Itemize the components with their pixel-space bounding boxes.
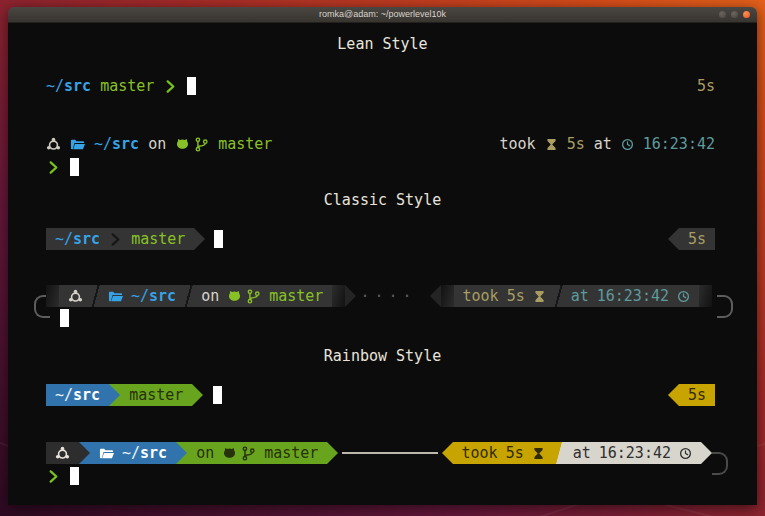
dir-path: ~/src: [131, 285, 176, 307]
dir-name: src: [112, 135, 139, 153]
rainbow-prompt-1: ~/src master 5s: [46, 384, 715, 406]
powerline-arrow-icon: [701, 442, 712, 464]
section-title-rainbow: Rainbow Style: [8, 347, 757, 365]
hourglass-icon: [545, 138, 558, 151]
time-value: 16:23:42: [643, 135, 715, 153]
dir-prefix: ~/: [46, 77, 64, 95]
powerline-arrow-icon: [668, 384, 679, 406]
segment-tail: [699, 285, 712, 307]
took-label: took: [463, 285, 499, 307]
powerline-arrow-icon: [345, 285, 356, 307]
segment-separator: [184, 285, 193, 307]
dir-prefix: ~/: [94, 135, 112, 153]
cursor-block: [60, 309, 69, 327]
prompt-chevron-icon: [163, 79, 178, 94]
gap-filler-dots: ····: [360, 287, 416, 305]
terminal-window: romka@adam: ~/powerlevel10k Lean Style ~…: [8, 7, 757, 505]
clock-icon: [679, 447, 692, 460]
time-value: 16:23:42: [599, 442, 671, 464]
powerline-segment-git: master: [120, 384, 192, 406]
folder-icon: [99, 446, 114, 461]
powerline-arrow-icon: [194, 228, 205, 250]
maximize-button[interactable]: [731, 11, 738, 18]
lean-prompt-2-line-1: ~/src on master took 5s at 16:23:42: [46, 133, 715, 155]
command-duration: 5s: [507, 285, 525, 307]
classic-prompt-2-line-1: ~/src on master ···· took 5s at: [46, 285, 712, 307]
powerline-arrow-icon: [109, 384, 120, 406]
rainbow-prompt-2-line-1: ~/src on master took 5s a: [46, 442, 712, 464]
segment-separator: [91, 285, 100, 307]
powerline-segment-duration-time: took 5s at 16:23:42: [454, 285, 700, 307]
dir-prefix: ~/: [55, 228, 73, 250]
on-label: on: [196, 442, 214, 464]
command-duration: 5s: [688, 384, 706, 406]
window-titlebar[interactable]: romka@adam: ~/powerlevel10k: [8, 7, 757, 23]
github-octocat-icon: [227, 289, 242, 304]
clock-icon: [677, 290, 690, 303]
powerline-arrow-icon: [192, 384, 203, 406]
terminal-body[interactable]: Lean Style ~/src master 5s ~/src on mast…: [8, 23, 757, 505]
dir-prefix: ~/: [55, 384, 73, 406]
github-octocat-icon: [175, 137, 190, 152]
took-label: took: [500, 135, 536, 153]
at-label: at: [573, 442, 591, 464]
segment-lead: [441, 285, 454, 307]
powerline-segment-dir: ~/src: [46, 384, 109, 406]
powerline-segment-duration: 5s: [679, 228, 715, 250]
lean-prompt-2-line-2: [46, 156, 715, 178]
took-label: took: [462, 442, 498, 464]
section-title-lean: Lean Style: [8, 35, 757, 53]
cursor-block: [70, 158, 79, 176]
dir-path: ~/src: [94, 135, 139, 153]
powerline-arrow-icon: [327, 442, 338, 464]
powerline-segment-time: at 16:23:42: [564, 442, 701, 464]
ubuntu-logo-icon: [46, 137, 61, 152]
minimize-button[interactable]: [719, 11, 726, 18]
cursor-block: [214, 230, 223, 248]
dir-path: ~/src: [122, 442, 167, 464]
powerline-arrow-icon: [176, 442, 187, 464]
section-title-classic: Classic Style: [8, 191, 757, 209]
classic-prompt-2-line-2: [46, 307, 715, 329]
lean-prompt-1: ~/src master 5s: [46, 75, 715, 97]
dir-name: src: [140, 442, 167, 464]
cursor-block: [187, 77, 196, 95]
ubuntu-logo-icon: [68, 289, 83, 304]
prompt-chevron-icon: [46, 160, 61, 175]
powerline-segment-duration: took 5s: [453, 442, 554, 464]
at-label: at: [571, 285, 589, 307]
close-button[interactable]: [743, 11, 750, 18]
folder-icon: [108, 289, 123, 304]
time-value: 16:23:42: [597, 285, 669, 307]
window-title: romka@adam: ~/powerlevel10k: [8, 7, 757, 22]
dir-path: ~/src: [55, 384, 100, 406]
command-duration: 5s: [697, 77, 715, 95]
powerline-arrow-icon: [79, 442, 90, 464]
cursor-block: [213, 386, 222, 404]
cursor-block: [70, 467, 79, 485]
powerline-arrow-icon: [668, 228, 679, 250]
git-info: [227, 289, 261, 304]
window-controls: [719, 11, 750, 18]
segment-lead: [46, 285, 59, 307]
ubuntu-logo-icon: [55, 446, 70, 461]
git-branch-name: master: [100, 77, 154, 95]
prompt-frame-right: [717, 295, 733, 318]
git-branch-name: master: [129, 384, 183, 406]
segment-tail: [332, 285, 345, 307]
clock-icon: [621, 138, 634, 151]
dir-prefix: ~/: [122, 442, 140, 464]
powerline-segment-duration: 5s: [679, 384, 715, 406]
rainbow-prompt-2-line-2: [46, 465, 715, 487]
git-branch-icon: [246, 289, 261, 304]
segment-separator: [554, 285, 563, 307]
powerline-segment-dir-git: ~/src master: [46, 228, 194, 250]
powerline-segment-git: on master: [187, 442, 327, 464]
dir-name: src: [149, 285, 176, 307]
powerline-segment-os: [46, 442, 79, 464]
dir-path: ~/src: [46, 77, 91, 95]
github-octocat-icon: [222, 446, 237, 461]
git-branch-name: master: [218, 135, 272, 153]
dir-name: src: [73, 384, 100, 406]
hourglass-icon: [532, 447, 545, 460]
